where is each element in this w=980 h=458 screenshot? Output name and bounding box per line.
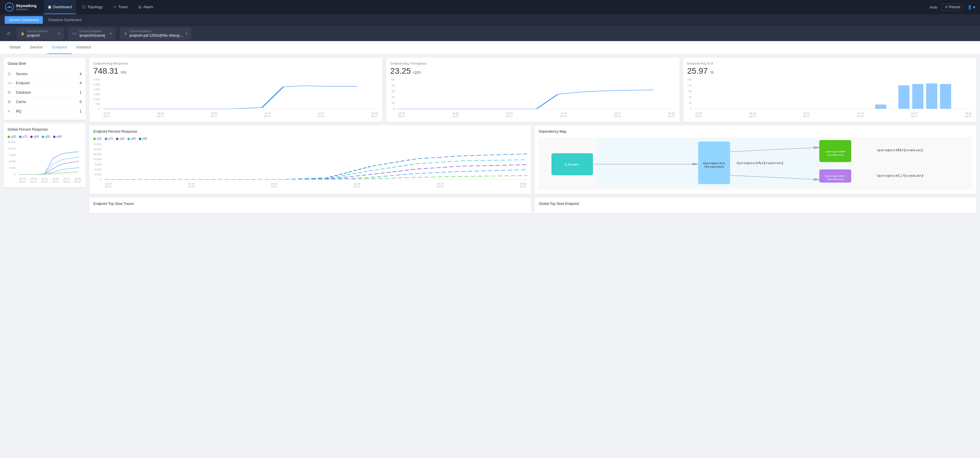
global-percent-chart: [19, 141, 82, 176]
service-dropdown-icon: ▾: [58, 32, 60, 35]
global-top-slow-endpoint-card: Global Top Slow Endpoint: [535, 197, 977, 213]
avg-sla-chart-area: 100 80 60 40 20 0: [687, 78, 972, 118]
dependency-map-card: Dependency Map User: [535, 126, 977, 194]
endpoint-top-slow-traces-card: Endpoint Top Slow Traces: [89, 197, 531, 213]
nav-right: Auto ↺ Reload 👤 ▾: [930, 3, 975, 11]
legend-p95: p95: [42, 135, 50, 138]
ep-legend-p99: p99: [139, 137, 147, 140]
ep-legend-p50: p50: [93, 137, 102, 140]
global-percent-chart-area: 15,000 12,000 9,000 6,000 3,000 0: [8, 141, 82, 183]
legend-p99: p99: [53, 135, 62, 138]
current-instance-selector[interactable]: 🖥 Current Instance projectA-pid:12624@Wu…: [120, 28, 191, 40]
p95-dot: [42, 136, 44, 138]
alarm-icon: ◎: [138, 5, 142, 9]
svg-text:/{value}: /{value}: [827, 154, 844, 156]
svg-text:/projectA: /projectA: [703, 162, 726, 165]
svg-rect-6: [912, 84, 923, 109]
avg-response-card: Endpoint Avg Response 748.31 ms 3,000 2,…: [89, 57, 383, 122]
ep-legend-p90: p90: [116, 137, 124, 140]
legend-p75: p75: [19, 135, 28, 138]
svg-text:/{value}: /{value}: [827, 178, 844, 181]
endpoint-percent-response-card: Endpoint Percent Response p50 p75 p90: [89, 126, 531, 194]
endpoint-icon: </>: [72, 32, 77, 35]
endpoint-percent-legend: p50 p75 p90 p95: [93, 137, 527, 140]
legend-p50: p50: [8, 135, 16, 138]
p75-dot: [19, 136, 21, 138]
dashboard-icon: ▣: [48, 5, 51, 9]
trace-icon: ⤳: [113, 5, 116, 9]
nav-topology[interactable]: ⬡ Topology: [78, 0, 107, 14]
avg-response-chart-area: 3,000 2,500 2,000 1,500 1,000 500 0: [93, 78, 379, 118]
ep-legend-p95: p95: [127, 137, 136, 140]
list-item: </> Endpoint 4: [8, 79, 82, 88]
svg-rect-9: [875, 105, 886, 109]
global-brief-title: Global Brief: [8, 62, 82, 66]
svg-text:/projectB/{value}: /projectB/{value}: [877, 149, 923, 152]
svg-text:/{name}: /{name}: [704, 165, 724, 168]
avg-sla-card: Endpoint Avg SLA 25.97 % 100 80 60 40 20…: [683, 57, 977, 122]
avg-response-chart: [103, 78, 379, 110]
page-tabs: Global Service Endpoint Instance: [0, 41, 980, 54]
topology-icon: ⬡: [82, 5, 86, 9]
control-bar: ↺ 🔒 Current Service projectA ▾ </> Curre…: [0, 26, 980, 41]
endpoint-percent-chart: [105, 143, 527, 181]
ep-legend-p75: p75: [105, 137, 113, 140]
svg-text:User: User: [565, 163, 579, 166]
list-item: ⊡ Service 4: [8, 69, 82, 79]
mq-icon: ≡: [8, 109, 13, 113]
legend-p90: p90: [30, 135, 39, 138]
svg-rect-7: [926, 83, 937, 109]
nav-trace[interactable]: ⤳ Trace: [109, 0, 132, 14]
logo-text: Skywalking Rocketbot: [16, 3, 37, 11]
list-item: ≡ MQ 1: [8, 107, 82, 116]
svg-text:/projectC/{value}: /projectC/{value}: [877, 174, 924, 177]
nav-dashboard[interactable]: ▣ Dashboard: [44, 0, 76, 14]
tab-service[interactable]: Service: [25, 41, 47, 54]
instance-icon: 🖥: [124, 32, 127, 35]
p99-dot: [53, 136, 56, 138]
second-row: Endpoint Percent Response p50 p75 p90: [89, 126, 977, 194]
bottom-row: Endpoint Top Slow Traces Global Top Slow…: [89, 197, 977, 213]
svg-text:/projectC: /projectC: [825, 175, 846, 177]
reload-button[interactable]: ↺ Reload: [941, 3, 964, 11]
tab-endpoint[interactable]: Endpoint: [47, 41, 72, 54]
service-icon: ⊡: [8, 72, 13, 76]
current-endpoint-selector[interactable]: </> Current Endpoint /projectA/{name} ▾: [68, 28, 115, 40]
tab-service-dashboard[interactable]: Service Dashboard: [5, 16, 43, 24]
list-item: ⊞ Cache 0: [8, 97, 82, 107]
left-panel: Global Brief ⊡ Service 4 </> Endpoint 4 …: [3, 57, 86, 456]
avg-throughput-chart: [398, 78, 675, 110]
avg-throughput-chart-area: 100 80 60 40 20 0 18:2504-27: [390, 78, 675, 118]
global-brief-card: Global Brief ⊡ Service 4 </> Endpoint 4 …: [3, 57, 86, 120]
database-icon: ⊟: [8, 90, 13, 95]
avg-sla-chart: [695, 78, 972, 110]
metrics-row: Endpoint Avg Response 748.31 ms 3,000 2,…: [89, 57, 977, 122]
right-panel: Endpoint Avg Response 748.31 ms 3,000 2,…: [89, 57, 977, 456]
p50-dot: [8, 136, 10, 138]
refresh-button[interactable]: ↺: [5, 29, 12, 38]
dependency-map: User /projectA /{name}: [539, 137, 972, 190]
svg-point-1: [8, 6, 10, 8]
top-navigation: Skywalking Rocketbot ▣ Dashboard ⬡ Topol…: [0, 0, 980, 14]
endpoint-dropdown-icon: ▾: [110, 32, 111, 35]
reload-icon: ↺: [945, 5, 948, 9]
tab-instance[interactable]: Instance: [72, 41, 95, 54]
tab-global[interactable]: Global: [5, 41, 25, 54]
svg-text:/projectA/{name}: /projectA/{name}: [736, 161, 784, 165]
tab-database-dashboard[interactable]: Database Dashboard: [44, 16, 86, 24]
current-service-selector[interactable]: 🔒 Current Service projectA ▾: [17, 28, 64, 40]
svg-text:/projectB: /projectB: [825, 150, 846, 153]
logo-icon: [5, 2, 14, 12]
instance-dropdown-icon: ▾: [186, 32, 187, 35]
nav-alarm[interactable]: ◎ Alarm: [134, 0, 158, 14]
svg-rect-8: [940, 84, 951, 109]
endpoint-icon: </>: [8, 82, 13, 85]
global-percent-legend: p50 p75 p90 p95 p99: [8, 135, 82, 138]
avg-throughput-card: Endpoint Avg Throughput 23.25 cpm 100 80…: [386, 57, 679, 122]
cache-icon: ⊞: [8, 100, 13, 104]
user-button[interactable]: 👤 ▾: [967, 5, 975, 10]
global-percent-response-card: Global Percent Response p50 p75 p90 p95: [3, 123, 86, 187]
auto-label: Auto: [930, 5, 938, 10]
logo: Skywalking Rocketbot: [5, 2, 37, 12]
service-icon: 🔒: [21, 32, 25, 35]
